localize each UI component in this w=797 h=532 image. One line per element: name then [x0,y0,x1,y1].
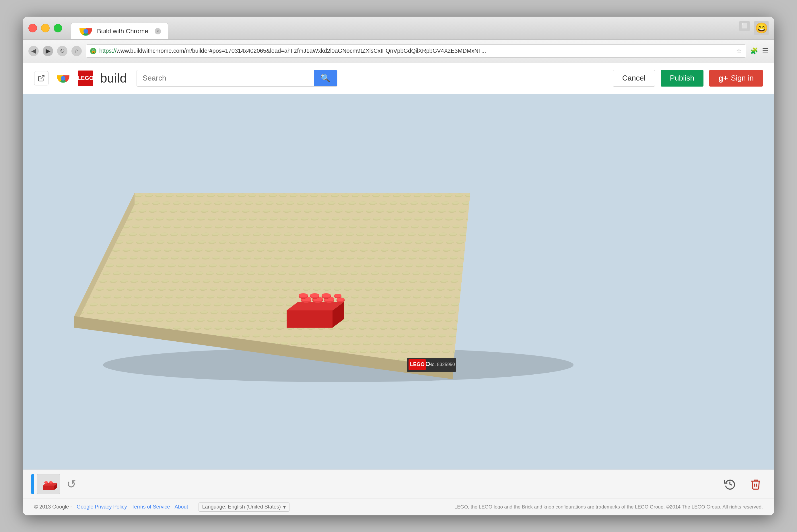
palette-indicator [31,474,34,494]
copyright-text: © 2013 Google - [34,504,72,510]
home-button[interactable]: ⌂ [71,46,82,56]
main-content: LEGO LEGO No. 8325950 [23,94,774,470]
gplus-icon: g+ [719,74,728,83]
tab-favicon [78,23,93,39]
language-selector[interactable]: Language: English (United States) ▾ [199,502,289,512]
header-right: Cancel Publish g+ Sign in [613,70,763,87]
app-header: LEGO build 🔍 Cancel Publish g+ Sign in [23,62,774,94]
terms-link[interactable]: Terms of Service [131,504,170,510]
signin-button[interactable]: g+ Sign in [709,70,763,87]
svg-point-37 [298,293,308,297]
menu-icon[interactable]: ☰ [762,46,768,55]
svg-point-41 [322,293,331,297]
legal-text: LEGO, the LEGO logo and the Brick and kn… [454,504,763,510]
brick-palette: ↺ [31,474,80,494]
address-right: 🧩 ☰ [750,46,768,55]
search-bar[interactable]: 🔍 [137,70,338,87]
minimize-button[interactable] [41,24,50,32]
language-text: Language: English (United States) [202,504,281,510]
svg-point-2 [84,29,88,34]
url-text: https://www.buildwithchrome.com/m/builde… [99,48,733,54]
browser-tab[interactable]: Build with Chrome × [71,23,168,39]
about-link[interactable]: About [175,504,188,510]
tab-title: Build with Chrome [97,27,148,35]
back-button[interactable]: ◀ [29,46,39,56]
address-bar: ◀ ▶ ↻ ⌂ 🔒 https://www.buildwithchrome.co… [23,40,774,62]
svg-line-3 [41,75,44,79]
title-bar: Build with Chrome × ⬜ 😄 [23,17,774,40]
lego-text: LEGO [77,75,94,81]
tab-bar: Build with Chrome × [71,17,168,39]
svg-text:No. 8325950: No. 8325950 [429,362,455,367]
signin-label: Sign in [731,74,754,82]
search-input[interactable] [137,74,314,82]
dropdown-arrow-icon: ▾ [283,504,286,510]
svg-point-43 [334,294,341,297]
history-button[interactable] [720,474,740,494]
search-button[interactable]: 🔍 [314,70,337,87]
rotate-icon: ↺ [67,477,76,491]
url-bar[interactable]: 🔒 https://www.buildwithchrome.com/m/buil… [86,44,746,58]
bottom-toolbar: ↺ [23,470,774,498]
svg-point-47 [44,481,48,483]
svg-point-48 [49,481,53,483]
rotate-button[interactable]: ↺ [63,476,80,493]
svg-marker-25 [287,310,332,328]
traffic-lights [29,24,62,32]
trash-button[interactable] [746,474,766,494]
publish-button[interactable]: Publish [661,70,704,87]
forward-button[interactable]: ▶ [43,46,53,56]
new-tab-button[interactable]: ⬜ [739,21,750,31]
app-title: build [100,71,127,86]
cancel-button[interactable]: Cancel [613,70,655,87]
reload-button[interactable]: ↻ [57,46,68,56]
tab-close-button[interactable]: × [155,28,161,34]
lego-logo: LEGO [78,71,93,86]
svg-point-39 [310,293,319,297]
svg-marker-44 [43,486,54,490]
toolbar-right [720,474,766,494]
share-button[interactable] [34,71,49,86]
extension-icon[interactable]: 🧩 [750,47,758,55]
svg-point-6 [61,76,66,80]
trash-icon [750,478,762,490]
chrome-logo [55,71,71,86]
privacy-policy-link[interactable]: Google Privacy Policy [77,504,127,510]
mac-window: Build with Chrome × ⬜ 😄 ◀ ▶ ↻ ⌂ 🔒 https:… [23,17,774,515]
emoji-button[interactable]: 😄 [754,21,768,35]
lego-scene[interactable]: LEGO LEGO No. 8325950 [23,94,774,470]
brick-thumb-svg [40,477,57,491]
svg-text:LEGO: LEGO [410,361,424,367]
window-controls: ⬜ 😄 [739,21,768,35]
search-icon: 🔍 [321,73,330,83]
brick-thumbnail[interactable] [37,474,60,494]
bookmark-icon[interactable]: ☆ [736,47,742,55]
close-button[interactable] [29,24,37,32]
url-rest: www.buildwithchrome.com/m/builder#pos=17… [116,48,486,54]
maximize-button[interactable] [54,24,62,32]
footer: © 2013 Google - Google Privacy Policy Te… [23,498,774,515]
history-icon [724,478,736,490]
tab-close-icon: × [156,28,159,34]
ssl-icon: 🔒 [90,48,96,54]
